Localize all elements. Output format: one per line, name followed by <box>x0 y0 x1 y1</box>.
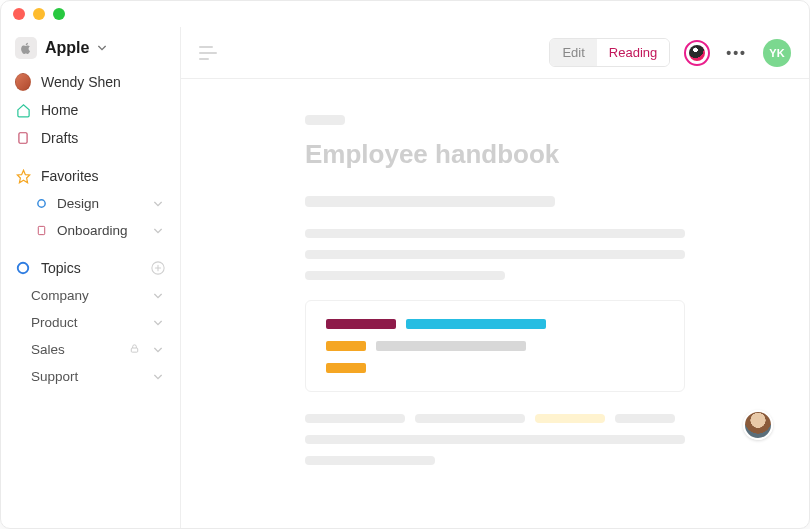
topic-item-sales[interactable]: Sales <box>1 337 180 362</box>
highlighted-text <box>535 414 605 423</box>
mode-edit-button[interactable]: Edit <box>550 39 596 66</box>
text-placeholder <box>615 414 675 423</box>
svg-rect-6 <box>131 348 137 352</box>
window-close-button[interactable] <box>13 8 25 20</box>
topic-item-product[interactable]: Product <box>1 310 180 335</box>
topic-item-company[interactable]: Company <box>1 283 180 308</box>
favorite-label: Onboarding <box>57 223 140 238</box>
window-titlebar <box>1 1 809 27</box>
viewer-badge[interactable]: YK <box>763 39 791 67</box>
svg-point-4 <box>18 263 29 274</box>
highlight-bar <box>326 319 396 329</box>
svg-point-2 <box>37 200 44 207</box>
favorite-item-design[interactable]: Design <box>1 191 180 216</box>
text-placeholder <box>305 435 685 444</box>
sidebar-item-home[interactable]: Home <box>1 97 180 123</box>
home-icon <box>15 102 31 118</box>
topic-label: Support <box>31 369 140 384</box>
workspace-logo-icon <box>15 37 37 59</box>
text-placeholder <box>305 414 405 423</box>
chevron-down-icon[interactable] <box>150 318 166 328</box>
callout-row <box>326 319 664 329</box>
sidebar: Apple Wendy Shen Home Drafts <box>1 27 181 528</box>
chevron-down-icon <box>97 40 107 56</box>
circle-icon <box>35 198 47 210</box>
presence-avatar[interactable] <box>684 40 710 66</box>
lock-icon <box>129 342 140 357</box>
text-placeholder <box>305 456 435 465</box>
highlight-bar <box>326 341 366 351</box>
main-panel: Edit Reading ••• YK Employee handbook <box>181 27 809 528</box>
svg-rect-3 <box>38 226 44 234</box>
callout-block <box>305 300 685 392</box>
sidebar-item-drafts[interactable]: Drafts <box>1 125 180 151</box>
highlight-bar <box>326 363 366 373</box>
svg-rect-0 <box>19 133 27 144</box>
chevron-down-icon[interactable] <box>150 372 166 382</box>
comment-avatar[interactable] <box>743 410 773 440</box>
topic-label: Sales <box>31 342 117 357</box>
user-name: Wendy Shen <box>41 74 166 90</box>
chevron-down-icon[interactable] <box>150 226 166 236</box>
workspace-switcher[interactable]: Apple <box>1 33 180 67</box>
callout-row <box>326 341 664 351</box>
sidebar-section-favorites[interactable]: Favorites <box>1 163 180 189</box>
highlight-bar <box>406 319 546 329</box>
commented-paragraph <box>305 414 749 465</box>
chevron-down-icon[interactable] <box>150 345 166 355</box>
document-body: Employee handbook <box>181 79 809 528</box>
app-window: Apple Wendy Shen Home Drafts <box>0 0 810 529</box>
text-placeholder <box>415 414 525 423</box>
circle-icon <box>15 260 31 276</box>
text-placeholder <box>305 271 505 280</box>
favorite-label: Design <box>57 196 140 211</box>
outline-toggle-icon[interactable] <box>199 46 217 60</box>
workspace-name: Apple <box>45 39 89 57</box>
nav-label: Drafts <box>41 130 166 146</box>
text-placeholder <box>305 196 555 207</box>
mode-reading-button[interactable]: Reading <box>597 39 669 66</box>
doc-chip-placeholder <box>305 115 345 125</box>
window-minimize-button[interactable] <box>33 8 45 20</box>
callout-row <box>326 363 664 373</box>
text-placeholder <box>305 250 685 259</box>
doc-icon <box>35 225 47 237</box>
user-avatar-icon <box>15 74 31 90</box>
document-title: Employee handbook <box>305 139 749 170</box>
topic-label: Product <box>31 315 140 330</box>
nav-label: Home <box>41 102 166 118</box>
svg-marker-1 <box>17 170 30 183</box>
chevron-down-icon[interactable] <box>150 291 166 301</box>
topic-label: Company <box>31 288 140 303</box>
view-mode-toggle: Edit Reading <box>549 38 670 67</box>
more-menu-button[interactable]: ••• <box>724 45 749 61</box>
favorite-item-onboarding[interactable]: Onboarding <box>1 218 180 243</box>
chevron-down-icon[interactable] <box>150 199 166 209</box>
add-topic-button[interactable] <box>150 261 166 275</box>
sidebar-user[interactable]: Wendy Shen <box>1 69 180 95</box>
nav-label: Topics <box>41 260 140 276</box>
star-icon <box>15 168 31 184</box>
text-placeholder <box>376 341 526 351</box>
sidebar-section-topics[interactable]: Topics <box>1 255 180 281</box>
drafts-icon <box>15 130 31 146</box>
text-placeholder <box>305 229 685 238</box>
window-zoom-button[interactable] <box>53 8 65 20</box>
topic-item-support[interactable]: Support <box>1 364 180 389</box>
topbar: Edit Reading ••• YK <box>181 27 809 79</box>
nav-label: Favorites <box>41 168 166 184</box>
app-body: Apple Wendy Shen Home Drafts <box>1 27 809 528</box>
